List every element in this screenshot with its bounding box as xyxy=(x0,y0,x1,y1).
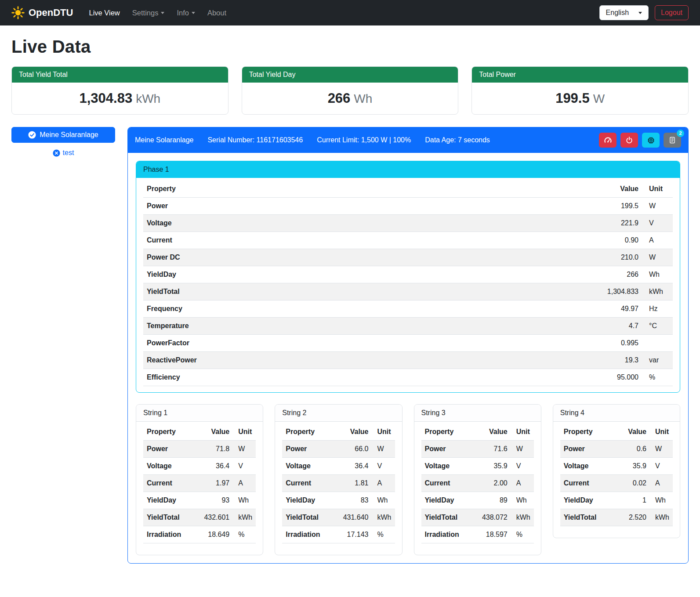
strings-row: String 1 Property Value Unit xyxy=(136,404,680,555)
property-name: Power xyxy=(143,198,580,215)
property-name: YieldDay xyxy=(421,492,479,509)
property-name: Current xyxy=(421,475,479,492)
table-row: Current 0.90 A xyxy=(143,232,673,249)
cpu-icon xyxy=(647,136,655,145)
inverter-select-button[interactable]: Meine Solaranlage xyxy=(11,127,115,143)
string-card-title: String 4 xyxy=(553,405,680,422)
x-circle-icon[interactable] xyxy=(53,149,60,157)
card-unit: kWh xyxy=(136,92,160,105)
property-unit: Wh xyxy=(650,492,673,509)
property-unit: % xyxy=(642,369,673,386)
inverter-link-test[interactable]: test xyxy=(63,149,74,157)
property-value: 35.9 xyxy=(618,458,650,475)
table-header-row: Property Value Unit xyxy=(143,423,256,441)
power-control-button[interactable] xyxy=(620,133,638,148)
chevron-down-icon xyxy=(192,12,195,14)
table-row: Efficiency 95.000 % xyxy=(143,369,673,386)
nav-item-live-view[interactable]: Live View xyxy=(83,5,125,21)
table-row: Voltage 36.4 V xyxy=(282,458,395,475)
property-unit: Wh xyxy=(511,492,534,509)
table-row: YieldTotal 1,304.833 kWh xyxy=(143,283,673,300)
nav-item-about[interactable]: About xyxy=(202,5,232,21)
current-limit: Current Limit: 1,500 W | 100% xyxy=(317,136,411,144)
property-value: 89 xyxy=(479,492,511,509)
column-header-unit: Unit xyxy=(372,423,395,441)
property-name: YieldTotal xyxy=(421,509,479,526)
property-value: 432.601 xyxy=(200,509,233,526)
power-icon xyxy=(625,136,633,144)
column-header-value: Value xyxy=(618,423,650,441)
property-value: 266 xyxy=(580,266,642,283)
table-row: Irradiation 18.649 % xyxy=(143,526,256,543)
limit-settings-button[interactable] xyxy=(599,133,617,148)
card-title: Total Power xyxy=(472,67,688,83)
test-inverter-row: test xyxy=(11,149,115,157)
table-row: Irradiation 18.597 % xyxy=(421,526,534,543)
string-card-body: Property Value Unit Power xyxy=(414,422,541,555)
property-name: Voltage xyxy=(421,458,479,475)
phase-card-title: Phase 1 xyxy=(136,161,680,178)
property-unit: Hz xyxy=(642,300,673,318)
nav-item-label: Live View xyxy=(89,9,120,17)
table-row: Temperature 4.7 °C xyxy=(143,318,673,335)
property-unit: V xyxy=(233,458,256,475)
property-unit: W xyxy=(233,441,256,458)
property-name: PowerFactor xyxy=(143,335,580,352)
brand[interactable]: OpenDTU xyxy=(11,6,73,19)
nav-item-label: About xyxy=(207,9,226,17)
chevron-down-icon xyxy=(161,12,164,14)
property-name: Frequency xyxy=(143,300,580,318)
property-name: Voltage xyxy=(143,458,200,475)
language-select[interactable]: English xyxy=(599,5,649,20)
table-row: Current 1.81 A xyxy=(282,475,395,492)
property-value: 210.0 xyxy=(580,249,642,266)
nav-item-label: Settings xyxy=(132,9,159,17)
language-select-value: English xyxy=(606,9,629,17)
property-name: Current xyxy=(282,475,339,492)
property-name: Power DC xyxy=(143,249,580,266)
property-value: 36.4 xyxy=(340,458,372,475)
event-log-button[interactable]: 2 xyxy=(664,133,681,148)
property-unit: W xyxy=(372,441,395,458)
table-row: YieldTotal 432.601 kWh xyxy=(143,509,256,526)
property-value: 95.000 xyxy=(580,369,642,386)
table-row: Frequency 49.97 Hz xyxy=(143,300,673,318)
table-row: Power 71.8 W xyxy=(143,441,256,458)
table-row: Voltage 221.9 V xyxy=(143,215,673,232)
property-unit: W xyxy=(642,198,673,215)
property-name: YieldTotal xyxy=(560,509,618,526)
table-row: YieldDay 1 Wh xyxy=(560,492,673,509)
table-header-row: Property Value Unit xyxy=(282,423,395,441)
device-info-button[interactable] xyxy=(642,133,660,148)
nav-item-settings[interactable]: Settings xyxy=(127,5,170,21)
property-value: 1 xyxy=(618,492,650,509)
property-name: Current xyxy=(560,475,618,492)
table-row: Voltage 35.9 V xyxy=(560,458,673,475)
table-row: ReactivePower 19.3 var xyxy=(143,352,673,369)
table-header-row: Property Value Unit xyxy=(560,423,673,441)
property-name: Voltage xyxy=(143,215,580,232)
string-table: Property Value Unit Power xyxy=(421,423,534,543)
logout-button[interactable]: Logout xyxy=(655,5,689,20)
property-unit: kWh xyxy=(650,509,673,526)
property-unit: W xyxy=(642,249,673,266)
page-container: Live Data Total Yield Total 1,304.83kWh … xyxy=(0,25,700,576)
table-row: YieldDay 266 Wh xyxy=(143,266,673,283)
string-table: Property Value Unit Power xyxy=(282,423,395,543)
string-card-title: String 2 xyxy=(275,405,402,422)
property-value: 2.520 xyxy=(618,509,650,526)
property-value: 35.9 xyxy=(479,458,511,475)
table-row: YieldDay 89 Wh xyxy=(421,492,534,509)
column-header-property: Property xyxy=(143,181,580,198)
column-header-property: Property xyxy=(560,423,618,441)
property-value: 199.5 xyxy=(580,198,642,215)
property-unit: kWh xyxy=(642,283,673,300)
card-title: Total Yield Total xyxy=(12,67,228,83)
column-header-property: Property xyxy=(282,423,339,441)
nav-item-info[interactable]: Info xyxy=(171,5,200,21)
property-name: Irradiation xyxy=(143,526,200,543)
table-row: PowerFactor 0.995 xyxy=(143,335,673,352)
property-name: Current xyxy=(143,475,200,492)
data-age: Data Age: 7 seconds xyxy=(425,136,490,144)
content-row: Meine Solaranlage test Meine Solaranlage… xyxy=(11,127,689,564)
